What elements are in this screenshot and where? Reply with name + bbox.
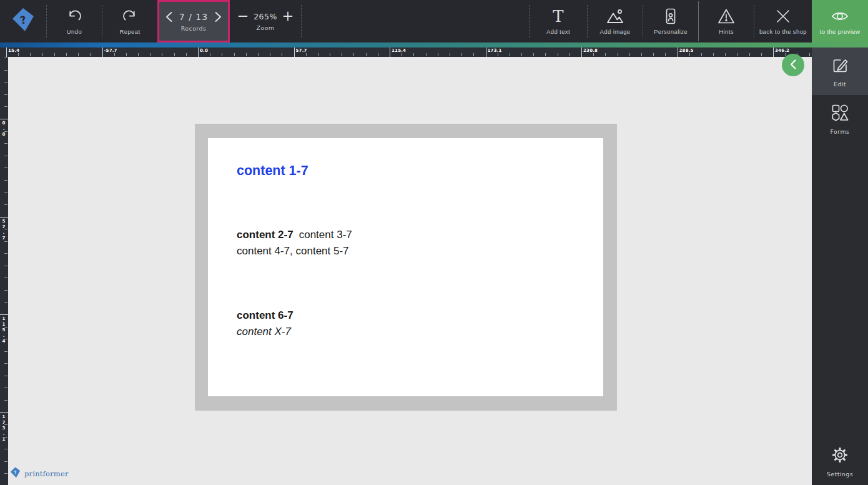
ruler-tick: [294, 48, 295, 57]
ruler-tick: [558, 53, 558, 56]
ruler-tick: [30, 53, 31, 56]
ruler-tick: [162, 53, 162, 56]
ruler-tick: [234, 53, 235, 56]
add-text-button[interactable]: T Add text: [530, 0, 587, 42]
ruler-tick: [581, 48, 582, 57]
records-prev-button[interactable]: [165, 11, 173, 22]
back-to-shop-label: back to the shop: [759, 28, 807, 35]
ruler-tick: [4, 363, 7, 364]
ruler-tick: [665, 53, 666, 56]
ruler-tick: 173.1: [488, 48, 502, 53]
ruler-tick: [4, 461, 7, 462]
to-preview-button[interactable]: to the preview: [812, 0, 868, 42]
records-value: 7 / 13: [179, 12, 208, 22]
ruler-tick: [701, 53, 702, 56]
ruler-tick: [510, 53, 510, 56]
collapse-sidebar-button[interactable]: [782, 54, 804, 76]
records-label: Records: [181, 25, 207, 32]
zoom-out-button[interactable]: [238, 11, 248, 21]
ruler-tick: [593, 53, 594, 56]
printformer-logo[interactable]: ?: [0, 0, 46, 42]
ruler-tick: [90, 53, 91, 56]
ruler-tick: [4, 94, 7, 95]
ruler-tick: [4, 278, 7, 278]
ruler-tick: 288.5: [679, 48, 694, 53]
ruler-tick: [210, 53, 210, 56]
ruler-tick: [18, 53, 19, 56]
repeat-button[interactable]: Repeat: [102, 0, 157, 42]
svg-text:T: T: [553, 8, 564, 25]
document-page[interactable]: content 1-7 content 2-7content 3-7 conte…: [208, 138, 603, 396]
ruler-tick: [461, 53, 462, 56]
shapes-icon: [831, 103, 849, 124]
zoom-in-button[interactable]: [283, 11, 293, 21]
sidebar-forms-label: Forms: [831, 128, 850, 135]
redo-icon: [121, 8, 139, 25]
editor-app: ? Undo Repeat: [0, 0, 868, 485]
ruler-tick: [66, 53, 67, 56]
document-line-4[interactable]: content 6-7: [237, 309, 293, 322]
toolbar-spacer: [302, 0, 529, 42]
ruler-tick: 57.7: [1, 219, 6, 241]
ruler-tick: [473, 53, 474, 56]
records-navigator: 7 / 13 Records: [157, 0, 230, 42]
ruler-tick: [378, 53, 378, 56]
ruler-tick: [4, 351, 7, 352]
add-text-icon: T: [550, 8, 567, 25]
ruler-tick: [186, 53, 187, 56]
undo-button[interactable]: Undo: [47, 0, 102, 42]
ruler-tick: [618, 53, 618, 56]
ruler-tick: [0, 412, 8, 413]
ruler-tick: 0.0: [1, 121, 6, 138]
sidebar-item-settings[interactable]: Settings: [812, 438, 868, 485]
add-image-button[interactable]: Add image: [588, 0, 643, 42]
progress-gradient-bar: [0, 42, 868, 48]
records-next-button[interactable]: [214, 11, 222, 22]
printformer-footer-icon: ?: [9, 466, 21, 481]
document-line-2[interactable]: content 2-7content 3-7: [237, 229, 352, 241]
ruler-tick: [78, 53, 79, 56]
ruler-tick: [749, 53, 750, 56]
document-line-3[interactable]: content 4-7, content 5-7: [237, 245, 349, 258]
document-heading[interactable]: content 1-7: [237, 163, 308, 179]
ruler-tick: [498, 53, 498, 56]
ruler-tick: [773, 48, 774, 57]
ruler-tick: [4, 168, 7, 168]
add-image-label: Add image: [599, 28, 630, 35]
ruler-tick: [330, 53, 330, 56]
ruler-tick: 115.4: [392, 48, 406, 53]
ruler-tick: [545, 53, 546, 56]
add-image-icon: [606, 8, 624, 25]
ruler-tick: [0, 217, 8, 218]
ruler-tick: [4, 449, 7, 449]
ruler-tick: [4, 192, 7, 192]
hints-button[interactable]: Hints: [699, 0, 754, 42]
ruler-tick: [4, 180, 7, 181]
ruler-tick: [258, 53, 259, 56]
brand-footer: ? printformer: [9, 466, 69, 481]
ruler-tick: [678, 48, 678, 57]
ruler-tick: [246, 53, 247, 56]
zoom-value: 265%: [254, 12, 277, 21]
ruler-tick: [198, 48, 199, 57]
undo-icon: [66, 8, 83, 25]
ruler-tick: [270, 53, 270, 56]
toolbar: ? Undo Repeat: [0, 0, 812, 42]
ruler-tick: [605, 53, 606, 56]
ruler-tick: [4, 302, 7, 302]
personalize-button[interactable]: Personalize: [643, 0, 698, 42]
edit-icon: [831, 56, 849, 77]
sidebar-item-edit[interactable]: Edit: [812, 48, 868, 95]
ruler-tick: [737, 53, 737, 56]
ruler-tick: [6, 48, 7, 57]
back-to-shop-button[interactable]: back to the shop: [754, 0, 812, 42]
artboard-bleed[interactable]: content 1-7 content 2-7content 3-7 conte…: [195, 124, 617, 411]
ruler-tick: [282, 53, 282, 56]
ruler-tick: [413, 53, 414, 56]
ruler-tick: 230.8: [583, 48, 598, 53]
ruler-tick: [0, 314, 8, 315]
ruler-tick: [402, 53, 402, 56]
personalize-label: Personalize: [654, 28, 688, 35]
document-line-5[interactable]: content X-7: [237, 326, 291, 338]
sidebar-item-forms[interactable]: Forms: [812, 95, 868, 142]
